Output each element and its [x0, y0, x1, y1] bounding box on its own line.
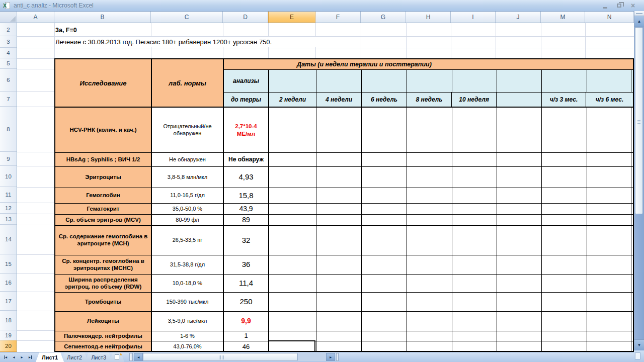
vertical-scroll-track[interactable] [634, 27, 644, 339]
empty-cell[interactable] [407, 188, 452, 203]
horizontal-scrollbar[interactable]: ◄ ► [134, 353, 335, 361]
empty-cell[interactable] [542, 341, 587, 352]
empty-cell[interactable] [316, 275, 362, 292]
column-header-H[interactable]: H [406, 12, 451, 23]
cell-D6-analyses[interactable]: анализы [224, 70, 269, 92]
cell-B17[interactable]: Тромбоциты [55, 293, 152, 311]
cell-B14[interactable]: Ср. содержание гемоглобина в эритроците … [55, 226, 152, 255]
next-sheet-button[interactable]: ► [18, 353, 26, 361]
column-header-G[interactable]: G [361, 12, 406, 23]
cell-B9[interactable]: HBsAg ; Syphilis ; ВИЧ 1/2 [55, 153, 152, 166]
empty-cell[interactable] [497, 341, 542, 352]
empty-cell[interactable] [631, 255, 633, 274]
empty-cell[interactable] [269, 153, 316, 166]
empty-cell[interactable] [497, 70, 542, 92]
empty-cell[interactable] [542, 188, 587, 203]
empty-cell[interactable] [452, 312, 497, 331]
cell-C12[interactable]: 35,0-50,0 % [152, 204, 224, 214]
cell-E7-period[interactable]: 2 недели [269, 93, 316, 107]
cell-J7-period[interactable] [497, 93, 542, 107]
row-header-4[interactable]: 4 [0, 48, 17, 58]
cell-C11[interactable]: 11,0-16,5 г/дл [152, 188, 224, 203]
cell-D7-period[interactable]: до терры [224, 93, 269, 107]
worksheet-grid[interactable]: 3а, F=0 Лечение с 30.09.2013 год. Пегаси… [17, 23, 634, 352]
scrollbar-resize-splitter[interactable] [336, 353, 339, 361]
empty-cell[interactable] [497, 188, 542, 203]
cell-D12[interactable]: 43,9 [224, 204, 269, 214]
empty-cell[interactable] [587, 70, 631, 92]
empty-cell[interactable] [362, 70, 407, 92]
cell-B2[interactable]: 3а, F=0 [55, 24, 116, 36]
column-header-N[interactable]: N [585, 12, 634, 23]
row-header-15[interactable]: 15 [0, 254, 17, 274]
cell-D5-dates-banner[interactable]: Даты (и недели терапии и посттерапии) [224, 59, 633, 70]
column-header-C[interactable]: C [151, 12, 223, 23]
empty-cell[interactable] [362, 275, 407, 292]
cell-I7-period[interactable]: 10 неделя [452, 93, 497, 107]
last-sheet-button[interactable]: ► [26, 353, 34, 361]
empty-cell[interactable] [587, 275, 631, 292]
row-header-10[interactable]: 10 [0, 166, 17, 187]
empty-cell[interactable] [452, 255, 497, 274]
empty-cell[interactable] [587, 153, 631, 166]
empty-cell[interactable] [407, 275, 452, 292]
empty-cell[interactable] [497, 331, 542, 341]
cell-D17[interactable]: 250 [224, 293, 269, 311]
cell-D20[interactable]: 46 [224, 341, 269, 352]
empty-cell[interactable] [452, 275, 497, 292]
empty-cell[interactable] [631, 108, 633, 152]
empty-cell[interactable] [497, 167, 542, 188]
cell-B13[interactable]: Ср. объем эритр-ов (MCV) [55, 215, 152, 225]
empty-cell[interactable] [452, 293, 497, 311]
empty-cell[interactable] [316, 255, 362, 274]
active-cell-E20[interactable] [268, 340, 315, 352]
cell-D9[interactable]: Не обнаруж [224, 153, 269, 166]
empty-cell[interactable] [362, 188, 407, 203]
scroll-up-button[interactable]: ▲ [634, 16, 644, 27]
tab-sheet1[interactable]: Лист1 [36, 352, 64, 362]
first-sheet-button[interactable]: ◄ [2, 353, 10, 361]
empty-cell[interactable] [542, 204, 587, 214]
empty-cell[interactable] [587, 255, 631, 274]
empty-cell[interactable] [269, 108, 316, 152]
empty-cell[interactable] [542, 215, 587, 225]
row-header-3[interactable]: 3 [0, 36, 17, 48]
cell-B19[interactable]: Палочкоядер. нейтрофилы [55, 331, 152, 341]
empty-cell[interactable] [452, 153, 497, 166]
cell-B20[interactable]: Сегментояд-е нейтрофилы [55, 341, 152, 352]
row-header-7[interactable]: 7 [0, 92, 17, 107]
cell-B12[interactable]: Гематокрит [55, 204, 152, 214]
empty-cell[interactable] [269, 331, 316, 341]
cell-C8[interactable]: Отрицательный/не обнаружен [152, 108, 224, 152]
tab-sheet2[interactable]: Лист2 [61, 352, 88, 362]
empty-cell[interactable] [269, 204, 316, 214]
empty-cell[interactable] [407, 153, 452, 166]
cell-C13[interactable]: 80-99 фл [152, 215, 224, 225]
vertical-scrollbar[interactable]: ▲ ▼ [634, 11, 644, 350]
empty-cell[interactable] [362, 331, 407, 341]
cell-B18[interactable]: Лейкоциты [55, 312, 152, 331]
empty-cell[interactable] [542, 226, 587, 255]
empty-cell[interactable] [631, 275, 633, 292]
empty-cell[interactable] [362, 204, 407, 214]
cell-D18[interactable]: 9,9 [224, 312, 269, 331]
empty-cell[interactable] [452, 226, 497, 255]
cell-B11[interactable]: Гемоглобин [55, 188, 152, 203]
empty-cell[interactable] [587, 167, 631, 188]
cell-M7-period[interactable]: ч/з 3 мес. [542, 93, 586, 107]
empty-cell[interactable] [316, 226, 362, 255]
column-header-E[interactable]: E [268, 12, 315, 23]
row-header-20[interactable]: 20 [0, 340, 17, 352]
empty-cell[interactable] [452, 70, 497, 92]
empty-cell[interactable] [542, 255, 587, 274]
window-resize-corner[interactable] [634, 350, 644, 362]
horizontal-scroll-thumb[interactable] [143, 353, 298, 361]
tab-scrollbar-splitter[interactable] [129, 353, 133, 361]
empty-cell[interactable] [631, 153, 633, 166]
minimize-button[interactable] [598, 1, 612, 10]
empty-cell[interactable] [316, 215, 362, 225]
cell-B16[interactable]: Ширина распределения эритроц. по объему … [55, 275, 152, 292]
cell-C5-norms-header[interactable]: лаб. нормы [152, 59, 224, 107]
empty-cell[interactable] [497, 293, 542, 311]
cell-G7-period[interactable]: 6 недель [362, 93, 407, 107]
